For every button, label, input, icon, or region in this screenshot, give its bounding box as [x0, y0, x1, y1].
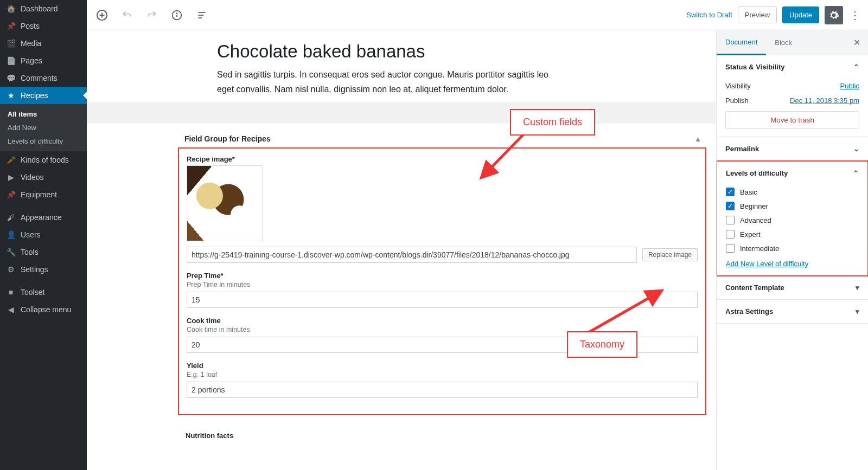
publish-date-link[interactable]: Dec 11, 2018 3:35 pm [790, 96, 859, 105]
more-options-button[interactable]: ⋮ [848, 6, 861, 24]
level-checkbox-expert[interactable]: Expert [726, 227, 859, 241]
sidebar-sub-all-items[interactable]: All items [7, 107, 87, 121]
section-status-visibility-toggle[interactable]: Status & Visibility ⌃ [717, 55, 868, 79]
close-settings-button[interactable]: ✕ [846, 37, 868, 48]
level-checkbox-advanced[interactable]: Advanced [726, 213, 859, 227]
dashboard-icon: 🏠 [5, 4, 16, 13]
info-button[interactable] [168, 7, 186, 24]
sidebar-item-appearance[interactable]: 🖌Appearance [0, 209, 87, 226]
checkbox-unchecked-icon [726, 216, 735, 224]
checkbox-unchecked-icon [726, 244, 735, 253]
pin-icon: 📌 [5, 22, 16, 30]
post-content-paragraph[interactable]: Sed in sagittis turpis. In consequat ero… [87, 67, 716, 102]
toolset-icon: ■ [5, 288, 16, 297]
publish-label: Publish [725, 96, 749, 105]
add-new-level-link[interactable]: Add New Level of difficulty [726, 260, 808, 268]
settings-toggle-button[interactable] [825, 6, 843, 24]
level-checkbox-beginner[interactable]: ✓Beginner [726, 199, 859, 213]
sidebar-item-kinds-of-foods[interactable]: 🥕Kinds of foods [0, 151, 87, 169]
level-checkbox-basic[interactable]: ✓Basic [726, 185, 859, 199]
sidebar-item-comments[interactable]: 💬Comments [0, 69, 87, 87]
sidebar-item-dashboard[interactable]: 🏠Dashboard [0, 0, 87, 17]
tab-block[interactable]: Block [766, 31, 801, 54]
sidebar-item-label: Recipes [21, 91, 48, 100]
sidebar-item-label: Settings [21, 265, 48, 274]
sidebar-item-posts[interactable]: 📌Posts [0, 17, 87, 35]
page-icon: 📄 [5, 56, 16, 65]
caret-down-icon: ▾ [856, 307, 859, 316]
sidebar-item-tools[interactable]: 🔧Tools [0, 243, 87, 261]
sidebar-submenu-recipes: All items Add New Levels of difficulty [0, 104, 87, 151]
sidebar-item-label: Posts [21, 22, 40, 30]
section-levels-toggle[interactable]: Levels of difficulty ⌃ [717, 162, 867, 185]
sidebar-item-recipes[interactable]: ★Recipes [0, 87, 87, 104]
preview-button[interactable]: Preview [738, 7, 777, 23]
admin-sidebar: 🏠Dashboard 📌Posts 🎬Media 📄Pages 💬Comment… [0, 0, 87, 470]
collapse-icon: ◀ [5, 305, 16, 314]
field-group-title[interactable]: Field Group for Recipes ▴ [87, 124, 716, 143]
sidebar-item-media[interactable]: 🎬Media [0, 35, 87, 52]
sidebar-item-label: Kinds of foods [21, 156, 69, 164]
sidebar-item-pages[interactable]: 📄Pages [0, 52, 87, 69]
sidebar-item-collapse[interactable]: ◀Collapse menu [0, 301, 87, 318]
svg-line-12 [586, 291, 662, 334]
sidebar-item-label: Videos [21, 173, 44, 182]
annotation-custom-fields: Custom fields [510, 109, 595, 136]
level-checkbox-intermediate[interactable]: Intermediate [726, 241, 859, 255]
visibility-label: Visibility [725, 82, 751, 90]
sidebar-item-label: Dashboard [21, 4, 58, 13]
plus-circle-icon [96, 9, 108, 21]
chevron-down-icon: ⌄ [853, 145, 859, 153]
sidebar-item-toolset[interactable]: ■Toolset [0, 284, 87, 301]
sidebar-item-equipment[interactable]: 📌Equipment [0, 186, 87, 203]
recipe-image-url-input[interactable] [187, 247, 637, 263]
section-title-astra: Astra Settings [725, 307, 773, 316]
sidebar-item-videos[interactable]: ▶Videos [0, 169, 87, 186]
spacer-block[interactable] [87, 102, 716, 124]
level-label: Beginner [740, 202, 768, 210]
update-button[interactable]: Update [782, 7, 819, 23]
sidebar-item-label: Equipment [21, 190, 57, 199]
redo-icon [146, 10, 157, 21]
annotation-taxonomy: Taxonomy [567, 331, 637, 358]
sidebar-item-settings[interactable]: ⚙Settings [0, 261, 87, 278]
yield-input[interactable] [187, 382, 698, 398]
sidebar-sub-levels[interactable]: Levels of difficulty [7, 134, 87, 148]
settings-tabs: Document Block ✕ [717, 30, 868, 55]
sidebar-item-users[interactable]: 👤Users [0, 226, 87, 243]
sidebar-item-label: Appearance [21, 213, 62, 222]
star-icon: ★ [5, 91, 16, 100]
sidebar-sub-add-new[interactable]: Add New [7, 121, 87, 134]
undo-button[interactable] [118, 7, 136, 24]
tab-document[interactable]: Document [717, 30, 766, 55]
section-astra-settings-toggle[interactable]: Astra Settings ▾ [717, 300, 868, 323]
chevron-up-icon: ⌃ [853, 169, 859, 177]
redo-button[interactable] [143, 7, 161, 24]
carrot-icon: 🥕 [5, 156, 16, 164]
gear-icon: ⚙ [5, 265, 16, 274]
annotation-taxonomy-text: Taxonomy [580, 339, 624, 350]
undo-icon [122, 10, 132, 21]
comment-icon: 💬 [5, 74, 16, 82]
level-label: Expert [740, 230, 761, 239]
block-navigation-button[interactable] [193, 7, 210, 24]
section-content-template-toggle[interactable]: Content Template ▾ [717, 276, 868, 299]
recipe-image-thumbnail[interactable] [187, 165, 263, 241]
move-to-trash-button[interactable]: Move to trash [725, 111, 859, 129]
editor-canvas: Chocolate baked bananas Sed in sagittis … [87, 30, 716, 470]
sidebar-item-label: Users [21, 230, 41, 239]
post-title[interactable]: Chocolate baked bananas [217, 41, 716, 62]
prep-time-label: Prep Time* [187, 272, 698, 280]
checkbox-checked-icon: ✓ [726, 188, 735, 196]
visibility-value-link[interactable]: Public [840, 82, 859, 90]
switch-to-draft-link[interactable]: Switch to Draft [686, 11, 732, 19]
add-block-button[interactable] [93, 7, 111, 24]
gear-icon [828, 10, 839, 21]
replace-image-button[interactable]: Replace image [642, 248, 698, 261]
sidebar-item-label: Collapse menu [21, 305, 71, 314]
recipe-image-label: Recipe image* [187, 155, 698, 163]
level-label: Basic [740, 188, 757, 196]
section-permalink-toggle[interactable]: Permalink ⌄ [717, 137, 868, 160]
field-group-title-label: Field Group for Recipes [184, 134, 271, 143]
annotation-custom-fields-text: Custom fields [523, 117, 582, 127]
